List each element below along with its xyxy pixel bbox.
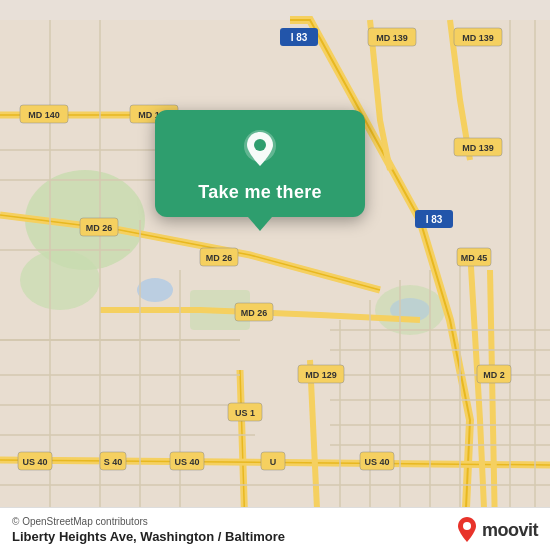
svg-point-73 (463, 522, 471, 530)
svg-text:I 83: I 83 (291, 32, 308, 43)
svg-text:MD 26: MD 26 (206, 253, 233, 263)
svg-text:MD 45: MD 45 (461, 253, 488, 263)
svg-point-2 (20, 250, 100, 310)
map-container: I 83 I 83 MD 140 MD 140 MD 26 MD 26 MD 2… (0, 0, 550, 550)
svg-text:MD 26: MD 26 (241, 308, 268, 318)
svg-text:MD 2: MD 2 (483, 370, 505, 380)
osm-attribution: © OpenStreetMap contributors (12, 516, 285, 527)
svg-text:MD 139: MD 139 (376, 33, 408, 43)
svg-text:MD 139: MD 139 (462, 33, 494, 43)
moovit-logo: moovit (456, 516, 538, 544)
svg-text:S 40: S 40 (104, 457, 123, 467)
svg-text:MD 26: MD 26 (86, 223, 113, 233)
moovit-brand-text: moovit (482, 520, 538, 541)
bottom-bar: © OpenStreetMap contributors Liberty Hei… (0, 507, 550, 550)
svg-text:US 40: US 40 (22, 457, 47, 467)
svg-text:MD 129: MD 129 (305, 370, 337, 380)
svg-text:US 1: US 1 (235, 408, 255, 418)
map-svg: I 83 I 83 MD 140 MD 140 MD 26 MD 26 MD 2… (0, 0, 550, 550)
popup-card: Take me there (155, 110, 365, 217)
svg-text:US 40: US 40 (174, 457, 199, 467)
svg-point-72 (254, 139, 266, 151)
take-me-there-button[interactable]: Take me there (198, 182, 322, 203)
location-label: Liberty Heights Ave, Washington / Baltim… (12, 529, 285, 544)
svg-text:I 83: I 83 (426, 214, 443, 225)
bottom-left-info: © OpenStreetMap contributors Liberty Hei… (12, 516, 285, 544)
svg-text:U: U (270, 457, 277, 467)
moovit-pin-icon (456, 516, 478, 544)
svg-text:MD 140: MD 140 (28, 110, 60, 120)
svg-text:MD 139: MD 139 (462, 143, 494, 153)
svg-text:US 40: US 40 (364, 457, 389, 467)
location-pin-icon (238, 128, 282, 172)
svg-point-5 (137, 278, 173, 302)
